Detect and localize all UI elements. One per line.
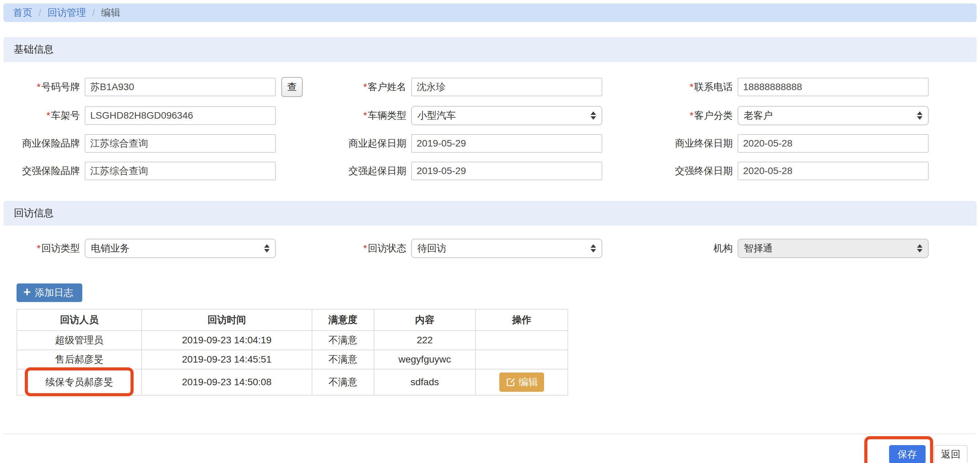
commercial-end-date-input[interactable] [738,134,929,153]
plate-input[interactable] [85,78,276,96]
table-row: 售后郝彦旻 2019-09-23 14:45:51 不满意 wegyfguywc [17,350,568,369]
plate-lookup-button[interactable]: 查 [281,77,303,97]
breadcrumb: 首页 / 回访管理 / 编辑 [3,3,977,22]
table-header-row: 回访人员 回访时间 满意度 内容 操作 [17,309,568,331]
required-asterisk: * [363,243,367,254]
vin-label: *车架号 [3,109,80,122]
visit-info-panel: 回访信息 *回访类型 电销业务 *回访状态 待回访 [3,201,977,427]
back-button[interactable]: 返回 [934,445,967,463]
required-asterisk: * [690,81,694,92]
save-button[interactable]: 保存 [889,445,926,463]
required-asterisk: * [37,81,41,92]
cell-content: 222 [374,331,476,350]
compulsory-start-date-input[interactable] [411,162,602,180]
required-asterisk: * [363,81,367,92]
edit-log-button[interactable]: 编辑 [499,373,544,392]
select-stepper-icon [917,111,923,120]
select-stepper-icon [264,244,270,252]
cell-action [476,350,568,369]
cell-person: 超级管理员 [17,331,142,350]
col-header-time: 回访时间 [142,309,312,331]
breadcrumb-visit-management[interactable]: 回访管理 [48,6,86,19]
vin-input[interactable] [85,106,276,125]
plate-label: *号码号牌 [3,81,80,94]
cell-action: 编辑 [476,369,568,395]
visit-type-select[interactable]: 电销业务 [85,239,276,258]
compulsory-start-label: 交强起保日期 [330,165,406,178]
customer-name-label: *客户姓名 [330,81,406,94]
basic-info-body: *号码号牌 查 *客户姓名 *联系电话 *车架号 [3,62,977,193]
basic-info-title: 基础信息 [3,37,977,62]
phone-label: *联系电话 [656,81,733,94]
commercial-brand-label: 商业保险品牌 [3,137,80,150]
cell-content: sdfads [374,369,476,395]
col-header-satisfaction: 满意度 [312,309,374,331]
visit-info-title: 回访信息 [3,201,977,226]
compulsory-brand-input[interactable] [85,162,276,180]
select-stepper-icon [590,244,596,252]
breadcrumb-edit-current: 编辑 [101,6,121,19]
breadcrumb-separator: / [38,7,41,18]
breadcrumb-separator: / [92,7,95,18]
commercial-end-label: 商业终保日期 [656,137,733,150]
cell-satisfaction: 不满意 [312,369,374,395]
basic-info-panel: 基础信息 *号码号牌 查 *客户姓名 *联系电话 * [3,37,977,193]
visit-info-body: *回访类型 电销业务 *回访状态 待回访 机构 智择通 [3,226,977,427]
cell-action [476,331,568,350]
cell-content: wegyfguywc [374,350,476,369]
table-row: 超级管理员 2019-09-23 14:04:19 不满意 222 [17,331,568,350]
plus-icon: + [24,286,31,298]
vehicle-type-value: 小型汽车 [417,109,456,122]
visit-type-value: 电销业务 [91,242,129,255]
cell-person: 售后郝彦旻 [17,350,142,369]
compulsory-end-label: 交强终保日期 [656,165,733,178]
cell-satisfaction: 不满意 [312,350,374,369]
add-log-button[interactable]: + 添加日志 [16,284,82,302]
commercial-start-date-input[interactable] [411,134,602,153]
organization-select: 智择通 [738,239,929,258]
breadcrumb-home[interactable]: 首页 [13,6,32,19]
customer-category-label: *客户分类 [656,109,733,122]
commercial-start-label: 商业起保日期 [330,137,406,150]
table-row: 续保专员郝彦旻 2019-09-23 14:50:08 不满意 sdfads [17,369,568,395]
visit-log-table: 回访人员 回访时间 满意度 内容 操作 超级管理员 2019-09-23 14:… [16,309,568,396]
save-button-wrap: 保存 [889,445,926,463]
cell-person-highlighted: 续保专员郝彦旻 [17,369,142,395]
vehicle-type-label: *车辆类型 [330,109,406,122]
visit-type-label: *回访类型 [3,242,80,255]
visit-status-value: 待回访 [417,242,446,255]
col-header-action: 操作 [476,309,568,331]
page: 首页 / 回访管理 / 编辑 基础信息 *号码号牌 查 *客户姓名 *联系电话 [0,3,980,463]
required-asterisk: * [690,110,694,121]
required-asterisk: * [37,243,41,254]
compulsory-end-date-input[interactable] [738,162,929,180]
visit-status-label: *回访状态 [330,242,406,255]
required-asterisk: * [46,110,50,121]
organization-label: 机构 [656,242,733,255]
commercial-brand-input[interactable] [85,134,276,153]
select-stepper-icon [590,111,596,120]
customer-category-value: 老客户 [744,109,773,122]
visit-status-select[interactable]: 待回访 [411,239,602,258]
required-asterisk: * [363,110,367,121]
cell-time: 2019-09-23 14:04:19 [142,331,312,350]
edit-icon [506,377,516,387]
compulsory-brand-label: 交强保险品牌 [3,165,80,178]
cell-time: 2019-09-23 14:45:51 [142,350,312,369]
organization-value: 智择通 [744,242,773,255]
cell-time: 2019-09-23 14:50:08 [142,369,312,395]
customer-category-select[interactable]: 老客户 [738,106,929,125]
vehicle-type-select[interactable]: 小型汽车 [411,106,602,125]
phone-input[interactable] [738,78,929,96]
col-header-content: 内容 [374,309,476,331]
customer-name-input[interactable] [411,78,602,96]
select-stepper-icon [917,244,923,252]
col-header-person: 回访人员 [17,309,142,331]
footer-action-bar: 保存 返回 [3,433,977,463]
cell-satisfaction: 不满意 [312,331,374,350]
